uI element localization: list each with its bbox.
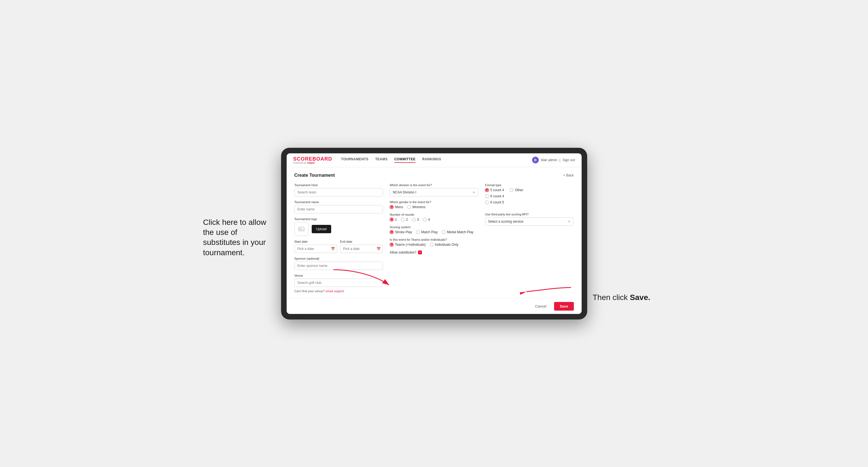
rounds-4-dot [423, 218, 427, 221]
nav-tournaments[interactable]: TOURNAMENTS [341, 157, 369, 163]
arrow-left [331, 264, 392, 286]
save-button[interactable]: Save [554, 302, 574, 311]
logo-placeholder [294, 222, 308, 236]
format-type-group: Format type 5 count 4 Other [485, 183, 574, 204]
scoring-api-group: Use third-party live scoring API? Select… [485, 213, 574, 226]
back-link[interactable]: < Back [563, 174, 574, 177]
rounds-4[interactable]: 4 [423, 218, 430, 221]
gender-label: Which gender is the event for? [390, 200, 478, 204]
logo-clippd: clippd [307, 161, 315, 164]
gender-mens[interactable]: Mens [390, 205, 403, 209]
gender-mens-label: Mens [395, 205, 403, 209]
scoring-stroke[interactable]: Stroke Play [390, 230, 412, 234]
rounds-group: Number of rounds 1 2 [390, 213, 478, 221]
format-5count4-label: 5 count 4 [490, 188, 504, 192]
rounds-1-label: 1 [395, 218, 397, 221]
rounds-3-label: 3 [417, 218, 419, 221]
division-select[interactable]: NCAA Division I [390, 188, 478, 196]
annotation-left: Click here to allow the use of substitut… [203, 217, 276, 258]
nav-separator: | [559, 158, 560, 162]
allow-subs-checkbox[interactable]: ✓ [418, 250, 422, 254]
format-other[interactable]: Other [509, 188, 523, 192]
rounds-1[interactable]: 1 [390, 218, 397, 221]
format-6count4-label: 6 count 4 [490, 194, 504, 198]
tournament-name-group: Tournament name [294, 200, 383, 214]
scoring-medal[interactable]: Medal Match Play [442, 230, 473, 234]
allow-subs-label: Allow substitutes? [390, 250, 416, 254]
annotation-right: Then click Save. [593, 292, 659, 303]
scoring-stroke-label: Stroke Play [395, 230, 412, 234]
format-6count5-dot [485, 200, 489, 204]
tournament-name-label: Tournament name [294, 200, 383, 204]
rounds-3[interactable]: 3 [412, 218, 419, 221]
cancel-button[interactable]: Cancel [531, 302, 551, 311]
event-for-label: Is this event for Teams and/or Individua… [390, 238, 478, 241]
rounds-radio-group: 1 2 3 [390, 218, 478, 221]
event-teams[interactable]: Teams (+Individuals) [390, 243, 426, 247]
scoring-match-label: Match Play [421, 230, 438, 234]
form-col-3: Format type 5 count 4 Other [485, 183, 574, 293]
rounds-3-dot [412, 218, 416, 221]
rounds-2-label: 2 [406, 218, 408, 221]
scoring-stroke-dot [390, 230, 394, 234]
nav-teams[interactable]: TEAMS [375, 157, 388, 163]
scoring-medal-label: Medal Match Play [447, 230, 473, 234]
venue-note: Can't find your venue? email support [294, 289, 383, 293]
logo-score: SCORE [293, 156, 312, 162]
end-date-wrapper: 📅 [340, 245, 383, 253]
format-6count4[interactable]: 6 count 4 [485, 194, 574, 198]
logo-board: BOARD [312, 156, 332, 162]
scoring-match[interactable]: Match Play [416, 230, 438, 234]
svg-rect-1 [299, 227, 304, 231]
upload-button[interactable]: Upload [312, 225, 331, 233]
event-teams-dot [390, 243, 394, 247]
scoring-match-dot [416, 230, 420, 234]
format-6count5[interactable]: 6 count 5 [485, 200, 574, 204]
rounds-4-label: 4 [428, 218, 430, 221]
nav-committee[interactable]: COMMITTEE [394, 157, 416, 163]
tournament-name-input[interactable] [294, 205, 383, 214]
sign-out-link[interactable]: Sign out [562, 158, 575, 162]
event-individuals-label: Individuals Only [435, 243, 459, 247]
format-type-label: Format type [485, 183, 574, 187]
tournament-logo-label: Tournament logo [294, 217, 383, 221]
email-support-link[interactable]: email support [326, 289, 344, 293]
tournament-host-group: Tournament Host [294, 183, 383, 196]
scoring-group: Scoring system Stroke Play Match Play [390, 225, 478, 234]
event-individuals[interactable]: Individuals Only [430, 243, 459, 247]
event-for-group: Is this event for Teams and/or Individua… [390, 238, 478, 247]
event-teams-label: Teams (+Individuals) [395, 243, 426, 247]
nav-rankings[interactable]: RANKINGS [422, 157, 441, 163]
division-label: Which division is the event for? [390, 183, 478, 187]
nav-links: TOURNAMENTS TEAMS COMMITTEE RANKINGS [341, 157, 532, 163]
gender-mens-dot [390, 205, 394, 209]
format-options: 5 count 4 Other 6 count 4 [485, 188, 574, 204]
scoring-api-select[interactable]: Select a scoring service [485, 217, 574, 226]
avatar: B [532, 157, 539, 163]
logo-block: SCOREBOARD Powered by clippd [293, 156, 332, 164]
arrow-right [524, 281, 574, 294]
rounds-1-dot [390, 218, 394, 221]
tournament-host-label: Tournament Host [294, 183, 383, 187]
format-6count5-label: 6 count 5 [490, 200, 504, 204]
tournament-logo-group: Tournament logo Upload [294, 217, 383, 236]
event-for-radio-group: Teams (+Individuals) Individuals Only [390, 243, 478, 247]
calendar-icon-start: 📅 [331, 247, 335, 251]
gender-womens[interactable]: Womens [407, 205, 426, 209]
tournament-host-input[interactable] [294, 188, 383, 196]
rounds-2[interactable]: 2 [401, 218, 408, 221]
allow-subs-group: Allow substitutes? ✓ [390, 250, 478, 254]
user-name: blair admin [541, 158, 557, 162]
logo-powered: Powered by clippd [293, 161, 332, 164]
nav-user: B blair admin | Sign out [532, 157, 575, 163]
gender-radio-group: Mens Womens [390, 205, 478, 209]
format-5count4[interactable]: 5 count 4 [485, 188, 504, 192]
scoring-label: Scoring system [390, 225, 478, 229]
rounds-2-dot [401, 218, 405, 221]
scoring-medal-dot [442, 230, 445, 234]
form-footer: Cancel Save [287, 298, 582, 314]
page-header: Create Tournament < Back [294, 173, 574, 178]
rounds-label: Number of rounds [390, 213, 478, 216]
start-date-wrapper: 📅 [294, 245, 337, 253]
gender-group: Which gender is the event for? Mens Wome… [390, 200, 478, 209]
